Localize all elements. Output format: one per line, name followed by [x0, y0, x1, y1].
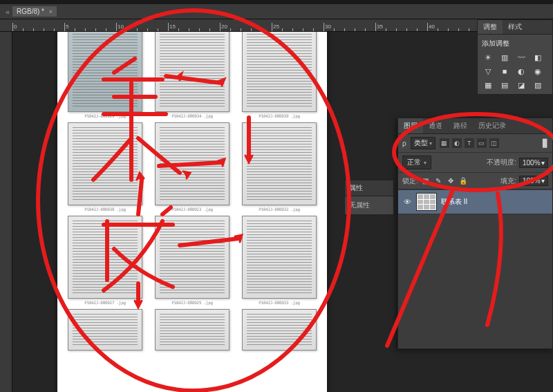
lock-label: 锁定: — [402, 176, 418, 186]
close-icon[interactable]: × — [49, 8, 53, 15]
layer-filter-type-select[interactable]: 类型 ▾ — [411, 137, 435, 149]
contact-sheet-cell[interactable] — [149, 309, 236, 392]
adjustments-panel: 调整 样式 添加调整 ☀ ▥ 〰 ◧ ▽ ■ ◐ ◉ ▦ ▤ ◪ ▨ — [477, 19, 553, 95]
channel-mixer-icon[interactable]: ▦ — [482, 80, 494, 90]
levels-icon[interactable]: ▥ — [498, 53, 511, 62]
contact-sheet-cell[interactable]: P1042J-080929 .jpg — [62, 32, 149, 122]
lock-all-icon[interactable]: 🔒 — [458, 177, 468, 185]
page-thumbnail[interactable] — [68, 216, 142, 299]
contact-sheet-cell[interactable] — [62, 309, 149, 392]
page-caption: P1042J-080923 .jpg — [171, 207, 213, 212]
ruler-horizontal[interactable]: 05101520253035404550 — [0, 19, 553, 32]
opacity-input[interactable]: 100% ▾ — [519, 158, 548, 168]
posterize-icon[interactable]: ▨ — [532, 80, 544, 90]
chevron-down-icon: ▾ — [541, 159, 545, 167]
page-thumbnail[interactable] — [155, 32, 229, 112]
contact-sheet-cell[interactable]: P1042J-080939 .jpg — [236, 32, 323, 122]
exposure-icon[interactable]: ◧ — [532, 53, 544, 62]
brightness-icon[interactable]: ☀ — [482, 53, 494, 62]
page-thumbnail[interactable] — [242, 32, 317, 112]
contact-sheet-cell[interactable] — [236, 309, 323, 392]
page-caption: P1042J-080939 .jpg — [259, 113, 300, 118]
photo-filter-icon[interactable]: ◉ — [532, 66, 544, 76]
page-thumbnail[interactable] — [155, 122, 229, 205]
contact-sheet-cell[interactable]: P1042J-080938 .jpg — [62, 122, 149, 216]
document-tab[interactable]: RGB/8) * × — [12, 6, 57, 17]
opacity-label: 不透明度: — [487, 158, 516, 167]
page-caption: P1042J-080925 .jpg — [171, 300, 213, 305]
blend-mode-value: 正常 — [407, 158, 421, 167]
contact-sheet-cell[interactable]: P1042J-080923 .jpg — [149, 122, 236, 216]
lock-pixels-icon[interactable]: ✎ — [433, 177, 443, 185]
contact-sheet-cell[interactable]: P1042J-080934 .jpg — [149, 32, 236, 122]
contact-sheet-cell[interactable]: P1042J-080927 .jpg — [62, 216, 149, 309]
layer-name[interactable]: 联系表 II — [441, 197, 467, 207]
layers-panel-tabs: 图层 通道 路径 历史记录 — [398, 118, 552, 134]
tab-history[interactable]: 历史记录 — [473, 118, 512, 133]
ruler-ticks: 05101520253035404550 — [12, 19, 553, 31]
invert-icon[interactable]: ◪ — [515, 80, 527, 90]
filter-toggle-icon[interactable]: ▊ — [543, 139, 548, 148]
page-thumbnail[interactable] — [242, 122, 317, 205]
page-caption: P1042J-080927 .jpg — [84, 300, 126, 305]
bw-icon[interactable]: ◐ — [515, 66, 527, 76]
properties-panel-title: 属性 — [345, 180, 393, 196]
curves-icon[interactable]: 〰 — [515, 53, 527, 62]
contact-sheet-cell[interactable]: P1042J-080933 .jpg — [236, 216, 323, 309]
document-tab-title: RGB/8) * — [17, 8, 44, 15]
page-thumbnail[interactable] — [242, 309, 317, 351]
document-tabstrip: « RGB/8) * × — [0, 4, 553, 19]
page-caption: P1042J-080933 .jpg — [259, 300, 300, 305]
tab-adjustments[interactable]: 调整 — [478, 20, 503, 34]
adjustments-panel-tabs: 调整 样式 — [478, 20, 552, 35]
color-lookup-icon[interactable]: ▤ — [498, 80, 511, 90]
layer-row[interactable]: 👁 联系表 II — [398, 189, 552, 214]
page-caption: P1042J-080929 .jpg — [84, 113, 126, 118]
chevron-down-icon: ▾ — [541, 177, 545, 185]
lock-transparency-icon[interactable]: ▦ — [421, 177, 431, 185]
page-thumbnail[interactable] — [155, 216, 229, 299]
fill-label: 填充: — [500, 176, 516, 186]
page-thumbnail[interactable] — [155, 309, 229, 351]
page-thumbnail[interactable] — [68, 309, 142, 351]
page-thumbnail[interactable] — [68, 122, 142, 205]
properties-panel: 属性 无属性 — [344, 180, 394, 215]
fill-input[interactable]: 100% ▾ — [519, 176, 548, 186]
hue-icon[interactable]: ■ — [498, 66, 511, 76]
adjustment-icons: ☀ ▥ 〰 ◧ ▽ ■ ◐ ◉ ▦ ▤ ◪ ▨ — [482, 53, 548, 90]
contact-sheet-cell[interactable]: P1042J-080932 .jpg — [236, 122, 323, 216]
tab-paths[interactable]: 路径 — [448, 118, 473, 133]
tab-channels[interactable]: 通道 — [423, 118, 448, 133]
page-caption: P1042J-080938 .jpg — [84, 207, 126, 212]
page-caption: P1042J-080934 .jpg — [171, 113, 213, 118]
layer-list[interactable]: 👁 联系表 II — [398, 189, 552, 348]
tab-layers[interactable]: 图层 — [398, 118, 423, 133]
fill-value: 100% — [523, 177, 541, 185]
page-thumbnail[interactable] — [68, 32, 142, 112]
visibility-eye-icon[interactable]: 👁 — [402, 197, 412, 207]
layer-thumbnail[interactable] — [416, 193, 437, 211]
filter-smart-icon[interactable]: ◫ — [489, 138, 499, 148]
filter-pixel-icon[interactable]: ▦ — [440, 138, 449, 148]
add-adjustment-label: 添加调整 — [482, 39, 548, 48]
filter-shape-icon[interactable]: ▭ — [477, 138, 487, 148]
ruler-vertical[interactable] — [0, 32, 12, 392]
tab-styles[interactable]: 样式 — [503, 20, 527, 34]
contact-sheet-cell[interactable]: P1042J-080925 .jpg — [149, 216, 236, 309]
filter-kind-icon[interactable]: ρ — [402, 140, 406, 147]
filter-adjust-icon[interactable]: ◐ — [452, 138, 462, 148]
tab-scroll-left-icon[interactable]: « — [3, 8, 12, 16]
layer-blend-row: 正常 ▾ 不透明度: 100% ▾ — [398, 153, 552, 173]
lock-position-icon[interactable]: ✥ — [446, 177, 456, 185]
properties-panel-body: 无属性 — [345, 196, 393, 214]
opacity-value: 100% — [523, 159, 541, 167]
filter-type-icon[interactable]: T — [465, 138, 474, 148]
chevron-down-icon: ▾ — [424, 160, 427, 166]
document-canvas[interactable]: P1042J-080929 .jpgP1042J-080934 .jpgP104… — [57, 32, 327, 392]
vibrance-icon[interactable]: ▽ — [482, 66, 494, 76]
blend-mode-select[interactable]: 正常 ▾ — [402, 156, 431, 169]
page-caption: P1042J-080932 .jpg — [259, 207, 300, 212]
layers-panel: 图层 通道 路径 历史记录 ρ 类型 ▾ ▦ ◐ T ▭ ◫ ▊ 正常 ▾ 不透… — [397, 118, 553, 349]
layer-filter-row: ρ 类型 ▾ ▦ ◐ T ▭ ◫ ▊ — [398, 134, 552, 153]
page-thumbnail[interactable] — [242, 216, 317, 299]
